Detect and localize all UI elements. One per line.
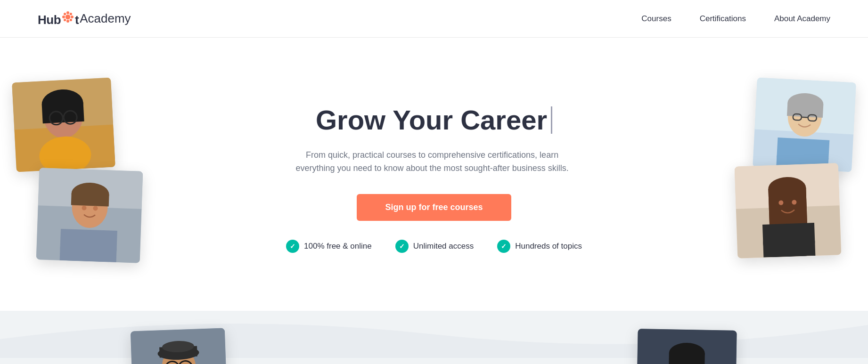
check-icon-unlimited [395,240,409,253]
feature-topics-label: Hundreds of topics [515,242,582,251]
nav-certifications[interactable]: Certifications [700,14,746,24]
features-list: 100% free & online Unlimited access Hund… [286,240,582,253]
feature-unlimited: Unlimited access [395,240,474,253]
person-image-1 [12,78,115,172]
feature-unlimited-label: Unlimited access [413,242,474,251]
hero-section: Grow Your Career From quick, practical c… [0,38,868,311]
svg-point-3 [62,16,65,18]
svg-point-4 [71,16,74,18]
nav-courses[interactable]: Courses [641,14,671,24]
person-image-2 [36,168,143,263]
logo-academy-text: Academy [80,11,131,26]
check-icon-topics [497,240,510,253]
photo-card-mid-left [36,168,143,263]
feature-topics: Hundreds of topics [497,240,582,253]
svg-rect-47 [762,223,815,258]
svg-rect-31 [787,103,823,118]
person-image-6 [636,329,737,364]
bottom-photos [0,311,868,364]
photo-card-top-left [12,78,115,172]
photo-card-bottom-left [131,328,228,364]
svg-point-8 [64,19,66,21]
hero-subtitle: From quick, practical courses to compreh… [286,148,578,176]
main-nav: Courses Certifications About Academy [641,14,830,24]
logo-spot-text: t [75,13,79,27]
feature-free-label: 100% free & online [304,242,372,251]
photo-card-top-right [753,78,856,172]
person-image-3 [753,78,856,172]
sprocket-icon [61,10,75,24]
person-image-5 [131,328,228,364]
photo-card-bottom-right [636,329,737,364]
svg-point-2 [66,20,69,23]
svg-point-5 [64,13,66,15]
signup-button[interactable]: Sign up for free courses [357,194,511,221]
hero-content: Grow Your Career From quick, practical c… [286,105,582,253]
nav-about-academy[interactable]: About Academy [774,14,830,24]
hero-title: Grow Your Career [286,105,582,135]
person-image-4 [735,163,842,259]
svg-rect-22 [71,194,109,207]
svg-rect-26 [60,229,117,263]
svg-line-34 [802,117,808,118]
svg-rect-63 [669,353,705,364]
hubspot-logo: Hubt Academy [38,10,131,27]
photo-card-mid-right [735,163,842,259]
feature-free-online: 100% free & online [286,240,372,253]
check-icon-free [286,240,299,253]
svg-point-6 [70,19,72,21]
svg-point-1 [66,11,69,14]
svg-point-7 [70,13,72,15]
svg-point-0 [66,15,71,20]
bottom-section [0,311,868,364]
cursor-blink [551,106,552,134]
site-header: Hubt Academy Courses Certifications Abou… [0,0,868,38]
logo[interactable]: Hubt Academy [38,10,131,27]
logo-hub-text: Hub [38,13,61,27]
